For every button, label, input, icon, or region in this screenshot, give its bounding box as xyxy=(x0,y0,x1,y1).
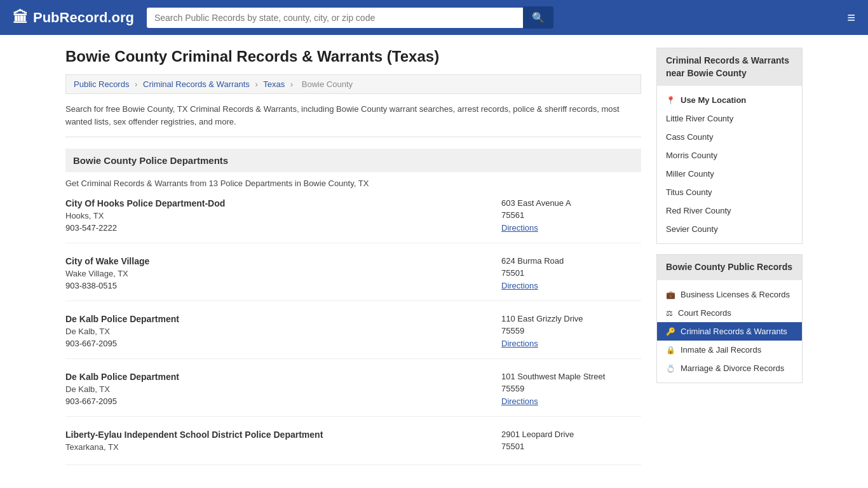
breadcrumb-public-records[interactable]: Public Records xyxy=(74,79,129,89)
court-records-link[interactable]: Court Records xyxy=(678,308,731,318)
dept-zip: 75559 xyxy=(501,326,641,336)
dept-entry: City Of Hooks Police Department-Dod Hook… xyxy=(65,198,641,243)
departments-list: City Of Hooks Police Department-Dod Hook… xyxy=(65,198,641,465)
dept-phone: 903-838-0515 xyxy=(65,281,501,290)
dept-city: Hooks, TX xyxy=(65,211,501,220)
dept-name: City Of Hooks Police Department-Dod xyxy=(65,198,501,208)
dept-zip: 75501 xyxy=(501,442,641,451)
dept-entry: De Kalb Police Department De Kalb, TX 90… xyxy=(65,314,641,359)
scale-icon xyxy=(666,308,673,318)
key-icon xyxy=(666,327,675,336)
dept-phone: 903-667-2095 xyxy=(65,339,501,348)
dept-name: City of Wake Village xyxy=(65,256,501,266)
section-header: Bowie County Police Departments xyxy=(65,149,641,172)
dept-right: 2901 Leopard Drive 75501 xyxy=(501,430,641,454)
sidebar: Criminal Records & Warrants near Bowie C… xyxy=(656,48,803,478)
logo-icon: 🏛 xyxy=(13,9,28,27)
breadcrumb-criminal[interactable]: Criminal Records & Warrants xyxy=(143,79,250,89)
search-input[interactable] xyxy=(147,8,523,28)
dept-entry: Liberty-Eylau Independent School Distric… xyxy=(65,430,641,465)
sidebar-item-titus[interactable]: Titus County xyxy=(657,183,802,201)
dept-left: De Kalb Police Department De Kalb, TX 90… xyxy=(65,372,501,406)
sidebar-item-cass[interactable]: Cass County xyxy=(657,128,802,146)
sidebar-public-records-header: Bowie County Public Records xyxy=(657,255,802,280)
sidebar-item-red-river[interactable]: Red River County xyxy=(657,201,802,220)
directions-link[interactable]: Directions xyxy=(501,223,538,233)
criminal-records-link[interactable]: Criminal Records & Warrants xyxy=(681,327,787,336)
sidebar-item-criminal-records[interactable]: Criminal Records & Warrants xyxy=(657,322,802,341)
search-icon: 🔍 xyxy=(532,12,545,23)
location-icon xyxy=(666,95,675,105)
breadcrumb-sep-3: › xyxy=(290,79,293,89)
cass-link[interactable]: Cass County xyxy=(666,132,713,142)
marriage-records-link[interactable]: Marriage & Divorce Records xyxy=(681,363,784,373)
dept-entry: De Kalb Police Department De Kalb, TX 90… xyxy=(65,372,641,417)
dept-left: City Of Hooks Police Department-Dod Hook… xyxy=(65,198,501,233)
dept-zip: 75561 xyxy=(501,210,641,220)
dept-right: 603 East Avenue A 75561 Directions xyxy=(501,198,641,233)
menu-button[interactable]: ≡ xyxy=(847,10,855,26)
dept-address: 624 Burma Road xyxy=(501,256,641,266)
sidebar-item-marriage-records[interactable]: Marriage & Divorce Records xyxy=(657,359,802,377)
search-bar: 🔍 xyxy=(147,6,553,29)
titus-link[interactable]: Titus County xyxy=(666,187,712,197)
dept-city: Texarkana, TX xyxy=(65,442,501,452)
dept-city: Wake Village, TX xyxy=(65,269,501,278)
sidebar-public-records-body: Business Licenses & Records Court Record… xyxy=(657,280,802,383)
breadcrumb-sep-2: › xyxy=(255,79,258,89)
sidebar-item-sevier[interactable]: Sevier County xyxy=(657,220,802,238)
page-description: Search for free Bowie County, TX Crimina… xyxy=(65,103,641,137)
dept-phone: 903-667-2095 xyxy=(65,396,501,406)
red-river-link[interactable]: Red River County xyxy=(666,206,731,215)
business-licenses-link[interactable]: Business Licenses & Records xyxy=(681,290,790,299)
sidebar-use-location[interactable]: Use My Location xyxy=(657,91,802,109)
sidebar-item-business-licenses[interactable]: Business Licenses & Records xyxy=(657,285,802,304)
sidebar-item-court-records[interactable]: Court Records xyxy=(657,304,802,322)
logo-text: PubRecord.org xyxy=(33,10,134,26)
dept-left: De Kalb Police Department De Kalb, TX 90… xyxy=(65,314,501,348)
breadcrumb-bowie: Bowie County xyxy=(302,79,353,89)
dept-left: City of Wake Village Wake Village, TX 90… xyxy=(65,256,501,290)
dept-zip: 75559 xyxy=(501,384,641,393)
main-content: Bowie County Criminal Records & Warrants… xyxy=(65,48,641,478)
dept-address: 110 East Grizzly Drive xyxy=(501,314,641,323)
sidebar-item-morris[interactable]: Morris County xyxy=(657,146,802,165)
sidebar-item-miller[interactable]: Miller County xyxy=(657,165,802,183)
section-description: Get Criminal Records & Warrants from 13 … xyxy=(65,179,641,188)
page-title: Bowie County Criminal Records & Warrants… xyxy=(65,48,641,65)
lock-icon xyxy=(666,345,675,355)
dept-address: 101 Southwest Maple Street xyxy=(501,372,641,381)
site-logo[interactable]: 🏛 PubRecord.org xyxy=(13,9,134,27)
dept-right: 624 Burma Road 75501 Directions xyxy=(501,256,641,290)
use-location-link[interactable]: Use My Location xyxy=(681,95,746,105)
morris-link[interactable]: Morris County xyxy=(666,151,717,160)
sidebar-nearby-body: Use My Location Little River County Cass… xyxy=(657,86,802,243)
site-header: 🏛 PubRecord.org 🔍 ≡ xyxy=(0,0,868,35)
inmate-records-link[interactable]: Inmate & Jail Records xyxy=(681,345,761,355)
miller-link[interactable]: Miller County xyxy=(666,169,714,179)
sidebar-nearby-box: Criminal Records & Warrants near Bowie C… xyxy=(656,48,803,244)
breadcrumb-sep-1: › xyxy=(135,79,137,89)
directions-link[interactable]: Directions xyxy=(501,396,538,406)
search-button[interactable]: 🔍 xyxy=(523,6,553,29)
breadcrumb-texas[interactable]: Texas xyxy=(263,79,285,89)
sidebar-item-inmate-records[interactable]: Inmate & Jail Records xyxy=(657,341,802,359)
briefcase-icon xyxy=(666,290,675,299)
dept-name: Liberty-Eylau Independent School Distric… xyxy=(65,430,501,440)
main-container: Bowie County Criminal Records & Warrants… xyxy=(53,35,815,488)
dept-city: De Kalb, TX xyxy=(65,327,501,336)
dept-right: 110 East Grizzly Drive 75559 Directions xyxy=(501,314,641,348)
directions-link[interactable]: Directions xyxy=(501,281,538,290)
little-river-link[interactable]: Little River County xyxy=(666,114,733,123)
sidebar-public-records-box: Bowie County Public Records Business Lic… xyxy=(656,254,803,383)
sidebar-nearby-header: Criminal Records & Warrants near Bowie C… xyxy=(657,48,802,86)
sevier-link[interactable]: Sevier County xyxy=(666,224,718,234)
sidebar-item-little-river[interactable]: Little River County xyxy=(657,109,802,128)
dept-city: De Kalb, TX xyxy=(65,384,501,394)
dept-name: De Kalb Police Department xyxy=(65,314,501,324)
dept-zip: 75501 xyxy=(501,268,641,278)
dept-address: 603 East Avenue A xyxy=(501,198,641,208)
menu-icon: ≡ xyxy=(847,10,855,25)
directions-link[interactable]: Directions xyxy=(501,339,538,348)
dept-address: 2901 Leopard Drive xyxy=(501,430,641,439)
